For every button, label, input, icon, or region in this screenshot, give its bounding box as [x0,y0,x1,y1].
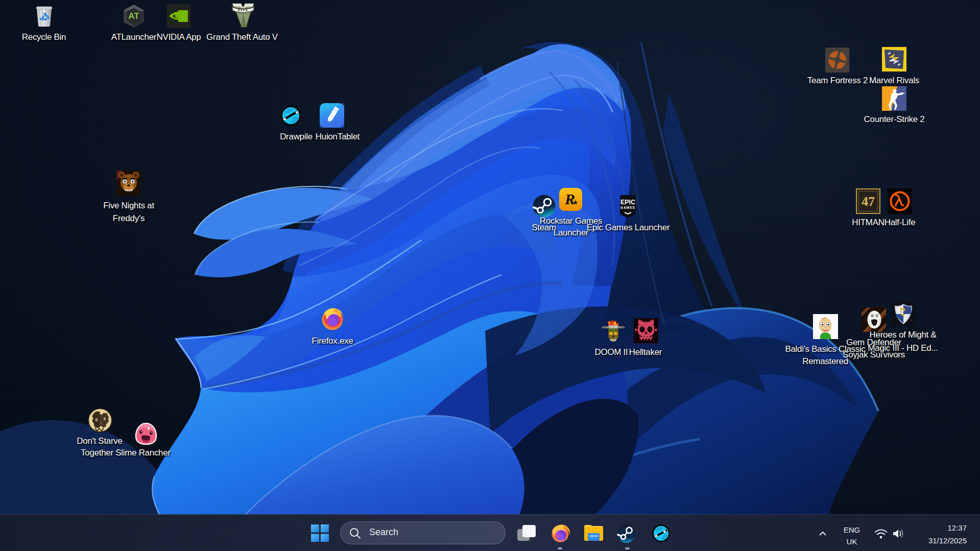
svg-text:GAMES: GAMES [620,206,635,209]
svg-text:R: R [564,190,575,207]
svg-text:EPIC: EPIC [620,199,635,206]
svg-text:AT: AT [128,11,139,21]
svg-text:FIVE: FIVE [238,7,249,12]
svg-text:47: 47 [862,194,875,209]
